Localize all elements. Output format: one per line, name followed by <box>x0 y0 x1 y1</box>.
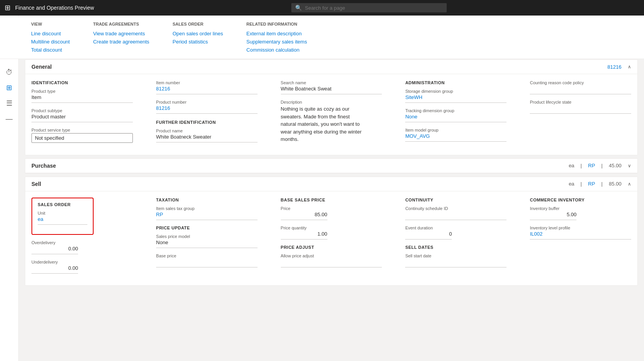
price-value: 85.00 <box>281 212 327 220</box>
item-model-group-value[interactable]: MOV_AVG <box>405 133 506 142</box>
sell-unit: ea <box>569 181 574 187</box>
general-section-right: 81216 ∧ <box>607 64 631 70</box>
sidebar-collapse[interactable]: — <box>2 112 16 126</box>
search-input[interactable] <box>305 5 443 11</box>
sales-order-unit-value[interactable]: ea <box>38 216 87 225</box>
dropdown-multiline-discount[interactable]: Multiline discount <box>31 38 70 46</box>
dropdown-salesorder-section: Sales order Open sales order lines Perio… <box>172 22 223 54</box>
product-type-field: Product type Item <box>31 89 133 103</box>
item-number-field: Item number 81216 <box>156 80 258 94</box>
general-section: General 81216 ∧ IDENTIFICATION Product t… <box>25 59 638 155</box>
product-service-type-value[interactable]: Not specified <box>31 133 133 143</box>
item-sales-tax-field: Item sales tax group RP <box>156 206 258 220</box>
continuity-col: CONTINUITY Continuity schedule ID Event … <box>405 198 506 279</box>
underdelivery-value: 0.00 <box>31 265 78 274</box>
further-id-block: FURTHER IDENTIFICATION Product name Whit… <box>156 120 258 142</box>
event-duration-value: 0 <box>405 231 452 240</box>
item-number-label: Item number <box>156 80 258 85</box>
dropdown-create-trade[interactable]: Create trade agreements <box>93 38 150 46</box>
product-service-type-label: Product service type <box>31 128 133 132</box>
grid-icon[interactable]: ⊞ <box>5 3 10 12</box>
purchase-section-header[interactable]: Purchase ea | RP | 45.00 ∨ <box>25 159 637 173</box>
dropdown-external-item[interactable]: External item description <box>246 30 307 38</box>
dropdown-view-trade[interactable]: View trade agreements <box>93 30 150 38</box>
sidebar-recent[interactable]: ⏱ <box>2 65 16 79</box>
general-section-title: General <box>31 64 52 70</box>
allow-price-adjust-value <box>281 259 382 267</box>
purchase-section-title: Purchase <box>31 163 56 169</box>
description-value: Nothing is quite as cozy as our sweaters… <box>281 105 366 143</box>
dropdown-related-title: Related information <box>246 22 307 26</box>
sell-columns: SALES ORDER Unit ea Overdelivery 0.00 <box>31 198 631 279</box>
price-update-title: PRICE UPDATE <box>156 226 258 230</box>
purchase-chevron[interactable]: ∨ <box>628 163 631 168</box>
commerce-inventory-title: COMMERCE INVENTORY <box>530 198 631 202</box>
price-field: Price 85.00 <box>281 206 382 220</box>
inventory-level-profile-field: Inventory level profile IL002 <box>530 226 631 240</box>
event-duration-label: Event duration <box>405 226 506 230</box>
product-name-value: White Boatneck Sweater <box>156 134 258 142</box>
dropdown-open-sales-order[interactable]: Open sales order lines <box>172 30 223 38</box>
inventory-level-profile-label: Inventory level profile <box>530 226 631 230</box>
sales-order-box: SALES ORDER Unit ea <box>31 198 94 235</box>
base-price-value <box>156 259 258 267</box>
description-label: Description <box>281 100 382 104</box>
counting-reason-field: Counting reason code policy <box>530 80 631 94</box>
commerce-inventory-col: COMMERCE INVENTORY Inventory buffer 5.00… <box>530 198 631 279</box>
dropdown-salesorder-title: Sales order <box>172 22 223 26</box>
general-columns: IDENTIFICATION Product type Item Product… <box>31 80 631 149</box>
sell-start-date-field: Sell start date <box>405 253 506 267</box>
tracking-dim-value[interactable]: None <box>405 114 506 122</box>
purchase-unit: ea <box>569 163 574 168</box>
sell-divider2: | <box>601 181 602 187</box>
description-col: Search name White Boatneck Sweat Descrip… <box>281 80 382 149</box>
dropdown-commission[interactable]: Commission calculation <box>246 46 307 54</box>
description-field: Description Nothing is quite as cozy as … <box>281 100 382 143</box>
product-service-type-field: Product service type Not specified <box>31 128 133 143</box>
base-sales-price-title: BASE SALES PRICE <box>281 198 382 202</box>
sell-price: 85.00 <box>609 181 621 187</box>
continuity-id-field: Continuity schedule ID <box>405 206 506 220</box>
app-title: Finance and Operations Preview <box>15 5 94 11</box>
price-update-block: PRICE UPDATE Sales price model None Base… <box>156 226 258 267</box>
continuity-title: CONTINUITY <box>405 198 506 202</box>
storage-dim-label: Storage dimension group <box>405 89 506 94</box>
sell-chevron[interactable]: ∧ <box>628 181 631 187</box>
dropdown-period-stats[interactable]: Period statistics <box>172 38 223 46</box>
sales-order-col: SALES ORDER Unit ea Overdelivery 0.00 <box>31 198 133 279</box>
general-chevron[interactable]: ∧ <box>628 64 631 69</box>
general-section-header[interactable]: General 81216 ∧ <box>25 60 637 74</box>
product-number-value[interactable]: 81216 <box>156 105 258 114</box>
sidebar-workspaces[interactable]: ⊞ <box>2 81 16 95</box>
inventory-level-profile-value[interactable]: IL002 <box>530 231 631 240</box>
storage-dim-value[interactable]: SiteWH <box>405 94 506 103</box>
sell-divider: | <box>581 181 582 187</box>
search-bar[interactable]: 🔍 <box>291 3 447 12</box>
purchase-section: Purchase ea | RP | 45.00 ∨ <box>25 158 638 174</box>
sales-order-unit-label: Unit <box>38 211 87 215</box>
purchase-rp: RP <box>588 163 595 168</box>
tracking-dim-label: Tracking dimension group <box>405 108 506 113</box>
identification-col: IDENTIFICATION Product type Item Product… <box>31 80 133 149</box>
counting-reason-label: Counting reason code policy <box>530 80 631 85</box>
product-subtype-value: Product master <box>31 114 133 122</box>
dropdown-total-discount[interactable]: Total discount <box>31 46 70 54</box>
dropdown-line-discount[interactable]: Line discount <box>31 30 70 38</box>
storage-dim-field: Storage dimension group SiteWH <box>405 89 506 103</box>
sidebar-modules[interactable]: ☰ <box>2 96 16 110</box>
product-name-field: Product name White Boatneck Sweater <box>156 128 258 142</box>
underdelivery-label: Underdelivery <box>31 260 133 264</box>
dropdown-supplementary[interactable]: Supplementary sales items <box>246 38 307 46</box>
overdelivery-block: Overdelivery 0.00 Underdelivery 0.00 <box>31 240 133 274</box>
sell-section-right: ea | RP | 85.00 ∧ <box>569 181 631 187</box>
top-bar: ⊞ Finance and Operations Preview 🔍 <box>0 0 644 16</box>
item-number-col: Item number 81216 Product number 81216 F… <box>156 80 258 149</box>
dropdown-trade-title: Trade agreements <box>93 22 150 26</box>
sell-section: Sell ea | RP | 85.00 ∧ <box>25 177 638 286</box>
sell-section-header[interactable]: Sell ea | RP | 85.00 ∧ <box>25 177 637 191</box>
inventory-buffer-label: Inventory buffer <box>530 206 631 211</box>
sell-rp: RP <box>588 181 595 187</box>
item-sales-tax-value[interactable]: RP <box>156 212 258 220</box>
further-id-title: FURTHER IDENTIFICATION <box>156 120 258 125</box>
item-number-value[interactable]: 81216 <box>156 86 258 94</box>
